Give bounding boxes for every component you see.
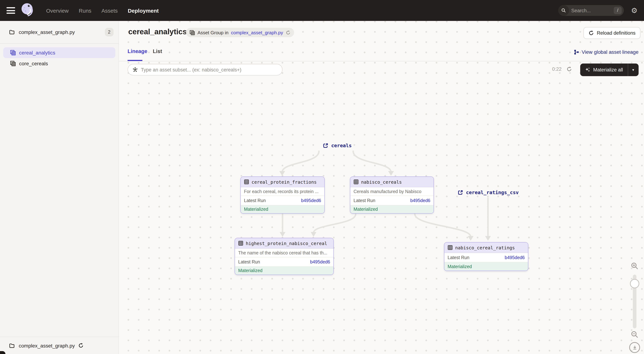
- asset-description: The name of the nabisco cereal that has …: [235, 249, 333, 257]
- page-title: cereal_analytics: [128, 28, 187, 36]
- refresh-icon: [588, 30, 594, 36]
- latest-run-row: Latest Run b495ded6: [444, 253, 528, 262]
- materialized-status-badge: Materialized: [241, 205, 324, 213]
- search-shortcut-badge: /: [614, 7, 622, 14]
- materialized-status-badge: Materialized: [350, 205, 434, 213]
- source-asset-label: cereals: [331, 142, 352, 148]
- asset-group-icon: [10, 50, 16, 56]
- asset-node-header: nabisco_cereal_ratings: [444, 243, 528, 253]
- asset-node-nabisco-cereals[interactable]: nabisco_cereals Cereals manufactured by …: [350, 176, 434, 214]
- search-icon: [558, 5, 569, 16]
- asset-selection-icon: [132, 67, 138, 73]
- primary-nav: Overview Runs Assets Deployment: [46, 8, 159, 14]
- sidebar-item-label: core_cereals: [19, 61, 48, 66]
- external-link-icon: [458, 190, 463, 195]
- header-divider: [119, 61, 644, 61]
- run-id-link[interactable]: b495ded6: [310, 259, 330, 264]
- latest-run-row: Latest Run b495ded6: [235, 257, 333, 267]
- sidebar-footer: complex_asset_graph.py: [0, 337, 118, 354]
- latest-run-label: Latest Run: [448, 255, 470, 260]
- folder-icon: [9, 343, 15, 348]
- lineage-graph-icon: [574, 49, 579, 55]
- nav-assets[interactable]: Assets: [102, 8, 118, 14]
- global-search-input[interactable]: Search... /: [558, 5, 624, 16]
- table-icon: [244, 179, 249, 185]
- source-asset-cereal-ratings-csv[interactable]: cereal_ratings_csv: [458, 190, 519, 195]
- tab-lineage[interactable]: Lineage: [128, 48, 148, 54]
- asset-node-header: nabisco_cereals: [350, 177, 434, 187]
- asset-node-header: highest_protein_nabisco_cereal: [235, 238, 333, 249]
- asset-name: cereal_protein_fractions: [252, 179, 316, 185]
- materialize-dropdown-button[interactable]: ▾: [628, 64, 638, 76]
- asset-group-list: cereal_analytics core_cereals: [0, 44, 118, 69]
- asset-group-context-pill: Asset Group in complex_asset_graph.py: [186, 28, 294, 37]
- table-icon: [238, 241, 243, 246]
- tab-list[interactable]: List: [153, 48, 162, 54]
- refresh-timer: 0:22: [552, 66, 562, 72]
- asset-description: Cereals manufactured by Nabisco: [350, 187, 434, 196]
- code-location-row[interactable]: complex_asset_graph.py 2: [0, 21, 118, 43]
- dagster-logo-icon[interactable]: [20, 2, 36, 21]
- global-lineage-label: View global asset lineage: [582, 49, 638, 55]
- latest-run-label: Latest Run: [354, 198, 375, 203]
- materialize-all-label: Materialize all: [593, 67, 623, 73]
- table-icon: [448, 245, 453, 250]
- asset-name: highest_protein_nabisco_cereal: [246, 241, 327, 246]
- asset-name: nabisco_cereals: [361, 179, 402, 185]
- asset-group-icon: [10, 61, 16, 66]
- dagster-app: Overview Runs Assets Deployment Search..…: [0, 0, 644, 354]
- folder-icon: [9, 29, 15, 35]
- asset-node-cereal-protein-fractions[interactable]: cereal_protein_fractions For each cereal…: [240, 176, 325, 214]
- asset-subset-input[interactable]: [141, 67, 278, 72]
- latest-run-row: Latest Run b495ded6: [241, 196, 324, 205]
- zoom-slider-thumb[interactable]: [630, 279, 639, 288]
- asset-subset-filter[interactable]: [128, 64, 282, 75]
- run-id-link[interactable]: b495ded6: [505, 255, 525, 260]
- refresh-icon[interactable]: [286, 30, 290, 35]
- nav-runs[interactable]: Runs: [79, 8, 91, 14]
- footer-location-label: complex_asset_graph.py: [19, 343, 75, 348]
- download-image-button[interactable]: [629, 342, 640, 353]
- source-asset-label: cereal_ratings_csv: [466, 190, 519, 195]
- asset-node-nabisco-cereal-ratings[interactable]: nabisco_cereal_ratings Latest Run b495de…: [444, 242, 528, 271]
- sidebar-item-core-cereals[interactable]: core_cereals: [3, 58, 115, 69]
- chevron-down-icon: ▾: [632, 68, 634, 72]
- view-global-asset-lineage-link[interactable]: View global asset lineage: [574, 49, 638, 55]
- context-file-link[interactable]: complex_asset_graph.py: [231, 30, 283, 35]
- sidebar-item-label: cereal_analytics: [19, 50, 55, 56]
- run-id-link[interactable]: b495ded6: [410, 198, 430, 203]
- code-location-label: complex_asset_graph.py: [19, 29, 105, 35]
- zoom-out-icon[interactable]: [631, 330, 638, 338]
- latest-run-row: Latest Run b495ded6: [350, 196, 434, 205]
- asset-node-highest-protein-nabisco-cereal[interactable]: highest_protein_nabisco_cereal The name …: [234, 238, 334, 275]
- source-asset-cereals[interactable]: cereals: [323, 142, 352, 148]
- materialize-all-main[interactable]: Materialize all: [580, 64, 628, 76]
- materialized-status-badge: Materialized: [235, 267, 333, 275]
- topnav-right: Search... / ⚙: [558, 5, 638, 16]
- refresh-graph-icon[interactable]: [566, 66, 572, 72]
- active-tab-underline: [128, 60, 142, 61]
- table-icon: [354, 179, 358, 185]
- external-link-icon: [323, 143, 328, 148]
- top-nav: Overview Runs Assets Deployment Search..…: [0, 0, 644, 21]
- materialized-status-badge: Materialized: [444, 262, 528, 271]
- materialize-all-button[interactable]: Materialize all ▾: [580, 64, 638, 76]
- context-prefix: Asset Group in: [198, 30, 228, 35]
- reload-definitions-button[interactable]: Reload definitions: [584, 27, 640, 39]
- reload-definitions-label: Reload definitions: [597, 30, 636, 36]
- hamburger-menu-icon[interactable]: [6, 7, 15, 14]
- settings-gear-icon[interactable]: ⚙: [631, 7, 638, 14]
- search-placeholder: Search...: [571, 8, 614, 13]
- run-id-link[interactable]: b495ded6: [301, 198, 321, 203]
- asset-description: For each cereal, records its protein ...: [241, 187, 324, 196]
- asset-node-header: cereal_protein_fractions: [241, 177, 324, 187]
- latest-run-label: Latest Run: [238, 259, 260, 264]
- nav-overview[interactable]: Overview: [46, 8, 69, 14]
- nav-deployment[interactable]: Deployment: [128, 8, 159, 14]
- sidebar-item-cereal-analytics[interactable]: cereal_analytics: [3, 47, 115, 58]
- latest-run-label: Latest Run: [244, 198, 266, 203]
- reload-location-icon[interactable]: [78, 343, 84, 348]
- zoom-in-icon[interactable]: [631, 262, 638, 270]
- asset-group-icon: [190, 30, 195, 35]
- sidebar: complex_asset_graph.py 2 cereal_analytic…: [0, 21, 119, 354]
